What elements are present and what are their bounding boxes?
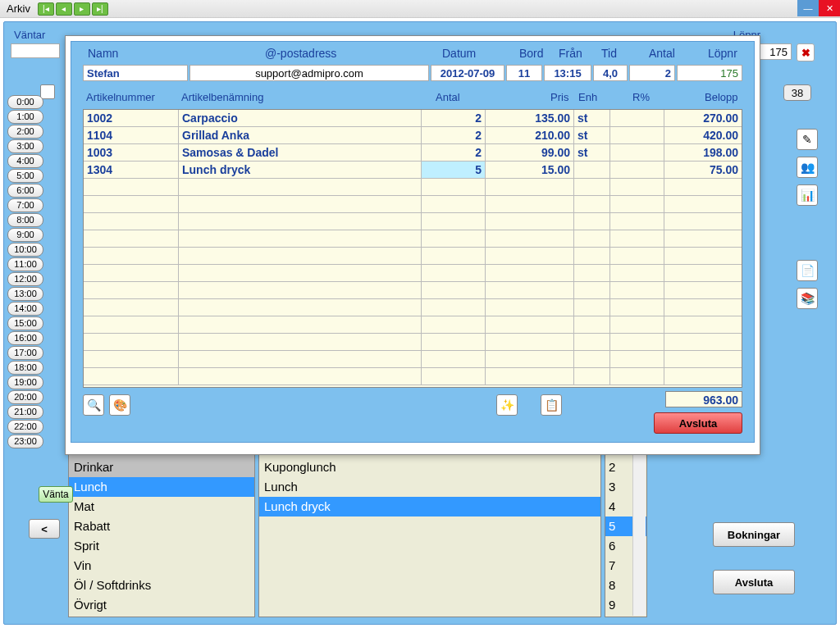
time-button[interactable]: 11:00: [7, 257, 43, 271]
cell-name[interactable]: [179, 230, 422, 247]
cell-r[interactable]: [610, 334, 664, 350]
back-button[interactable]: <: [29, 519, 60, 539]
wand-icon[interactable]: ✨: [496, 394, 518, 416]
val-bord[interactable]: 11: [506, 65, 542, 81]
cell-antal[interactable]: 5: [422, 162, 486, 178]
cell-name[interactable]: Grillad Anka: [179, 127, 422, 143]
list-item[interactable]: Lunch: [259, 477, 600, 497]
people-icon[interactable]: 👥: [797, 157, 818, 178]
avsluta-button[interactable]: Avsluta: [654, 412, 742, 434]
list-item[interactable]: Lunch dryck: [259, 497, 600, 517]
table-row[interactable]: [84, 230, 742, 248]
nav-prev-icon[interactable]: ◂: [56, 2, 72, 16]
cell-art[interactable]: 1104: [84, 127, 179, 143]
table-row[interactable]: [84, 179, 742, 196]
table-row[interactable]: 1002Carpaccio2135.00st270.00: [84, 110, 742, 127]
cell-enh[interactable]: st: [574, 144, 610, 161]
cell-belopp[interactable]: [664, 230, 742, 247]
val-antal[interactable]: 2: [629, 65, 675, 81]
cell-name[interactable]: [179, 248, 422, 264]
cell-r[interactable]: [610, 265, 664, 281]
table-row[interactable]: [84, 196, 742, 213]
cell-antal[interactable]: [422, 368, 486, 385]
cell-enh[interactable]: [574, 196, 610, 212]
list-item[interactable]: Mat: [69, 497, 254, 517]
val-datum[interactable]: 2012-07-09: [431, 65, 504, 81]
cell-belopp[interactable]: [664, 334, 742, 350]
cell-belopp[interactable]: 270.00: [664, 110, 742, 126]
cell-pris[interactable]: [486, 351, 574, 367]
cell-r[interactable]: [610, 162, 664, 178]
cell-name[interactable]: [179, 196, 422, 212]
table-row[interactable]: [84, 265, 742, 282]
val-fran[interactable]: 13:15: [544, 65, 591, 81]
cell-enh[interactable]: [574, 368, 610, 385]
minimize-button[interactable]: —: [797, 0, 819, 16]
table-row[interactable]: [84, 351, 742, 368]
time-button[interactable]: 10:00: [7, 243, 43, 257]
cell-r[interactable]: [610, 230, 664, 247]
list-item[interactable]: Övrigt: [69, 595, 254, 615]
cell-antal[interactable]: [422, 299, 486, 316]
cell-r[interactable]: [610, 351, 664, 367]
cell-art[interactable]: [84, 248, 179, 264]
cell-antal[interactable]: [422, 316, 486, 333]
cell-antal[interactable]: 2: [422, 144, 486, 161]
cell-pris[interactable]: [486, 179, 574, 195]
cell-enh[interactable]: [574, 265, 610, 281]
cell-art[interactable]: [84, 282, 179, 298]
list-item[interactable]: Kuponglunch: [259, 457, 600, 477]
cell-enh[interactable]: [574, 351, 610, 367]
time-button[interactable]: 18:00: [7, 361, 43, 375]
category-list[interactable]: Dessert / KaffeDrinkarLunchMatRabattSpri…: [68, 437, 255, 617]
cell-r[interactable]: [610, 368, 664, 385]
cell-r[interactable]: [610, 127, 664, 143]
cell-name[interactable]: [179, 351, 422, 367]
cell-antal[interactable]: [422, 265, 486, 281]
time-button[interactable]: 0:00: [7, 95, 43, 109]
cell-enh[interactable]: [574, 334, 610, 350]
cell-pris[interactable]: 135.00: [486, 110, 574, 126]
cell-r[interactable]: [610, 179, 664, 195]
cell-r[interactable]: [610, 299, 664, 316]
vanta-button[interactable]: Vänta: [39, 486, 73, 503]
cell-belopp[interactable]: 420.00: [664, 127, 742, 143]
cell-antal[interactable]: [422, 351, 486, 367]
cell-enh[interactable]: [574, 248, 610, 264]
time-button[interactable]: 6:00: [7, 184, 43, 198]
time-button[interactable]: 21:00: [7, 405, 43, 419]
cell-art[interactable]: [84, 351, 179, 367]
nav-first-icon[interactable]: |◂: [38, 2, 54, 16]
table-row[interactable]: [84, 334, 742, 351]
table-row[interactable]: [84, 248, 742, 265]
time-button[interactable]: 9:00: [7, 228, 43, 242]
cell-enh[interactable]: st: [574, 110, 610, 126]
cell-pris[interactable]: [486, 265, 574, 281]
cell-art[interactable]: [84, 316, 179, 333]
close-button[interactable]: ✕: [819, 0, 840, 16]
order-grid[interactable]: 1002Carpaccio2135.00st270.001104Grillad …: [83, 109, 742, 388]
list-item[interactable]: Drinkar: [69, 457, 254, 477]
cell-belopp[interactable]: [664, 179, 742, 195]
cell-name[interactable]: [179, 334, 422, 350]
time-button[interactable]: 14:00: [7, 302, 43, 316]
note-icon[interactable]: 📋: [541, 394, 562, 416]
cell-r[interactable]: [610, 248, 664, 264]
cell-antal[interactable]: [422, 248, 486, 264]
cell-name[interactable]: Carpaccio: [179, 110, 422, 126]
time-button[interactable]: 23:00: [7, 435, 43, 448]
scrollbar[interactable]: [632, 439, 646, 616]
nav-last-icon[interactable]: ▸|: [92, 2, 108, 16]
cell-belopp[interactable]: 75.00: [664, 162, 742, 178]
cell-antal[interactable]: 2: [422, 127, 486, 143]
arkiv-menu[interactable]: Arkiv: [0, 1, 37, 16]
time-button[interactable]: 1:00: [7, 110, 43, 124]
cell-art[interactable]: [84, 334, 179, 350]
cell-r[interactable]: [610, 213, 664, 230]
list-item[interactable]: Sprit: [69, 536, 254, 556]
time-button[interactable]: 8:00: [7, 213, 43, 227]
cell-r[interactable]: [610, 282, 664, 298]
time-button[interactable]: 4:00: [7, 154, 43, 168]
cell-pris[interactable]: [486, 230, 574, 247]
cell-art[interactable]: [84, 213, 179, 230]
